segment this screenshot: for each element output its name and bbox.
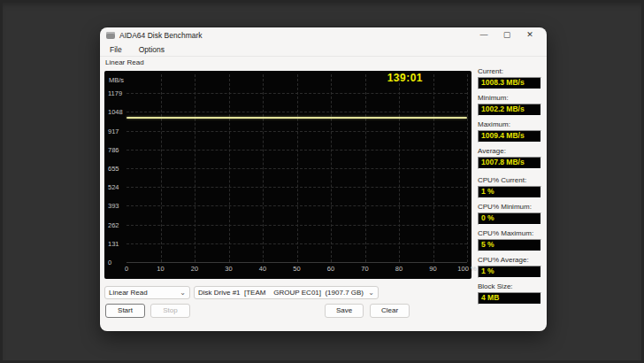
- start-button[interactable]: Start: [105, 304, 145, 318]
- stat-average: Average:1007.8 MB/s: [478, 147, 541, 169]
- y-gridline: [126, 187, 467, 188]
- x-gridline: [467, 74, 468, 262]
- stat-value: 1008.3 MB/s: [478, 77, 541, 89]
- stat-value: 1002.2 MB/s: [478, 104, 541, 116]
- stat-maximum: Maximum:1009.4 MB/s: [478, 120, 541, 143]
- minimize-icon[interactable]: —: [472, 27, 495, 42]
- x-tick-label: 100 %: [457, 265, 476, 273]
- benchmark-type-label: Linear Read: [105, 58, 144, 66]
- save-button[interactable]: Save: [325, 304, 364, 318]
- y-tick-label: 0: [108, 259, 124, 266]
- app-icon: [106, 32, 115, 39]
- x-tick-label: 40: [259, 265, 266, 273]
- stat-minimum: Minimum:1002.2 MB/s: [478, 94, 541, 116]
- benchmark-chart: MB/s 0102030405060708090100 %11791048917…: [104, 71, 472, 279]
- stat-value: 4 MB: [478, 292, 541, 305]
- y-tick-label: 786: [108, 145, 124, 153]
- stat-label: CPU% Current:: [478, 176, 541, 184]
- stat-value: 1009.4 MB/s: [478, 130, 541, 143]
- y-tick-label: 1048: [108, 108, 124, 116]
- stat-label: Average:: [478, 147, 541, 155]
- y-tick-label: 524: [108, 183, 124, 191]
- stat-value: 5 %: [478, 239, 541, 251]
- stat-label: Minimum:: [478, 94, 541, 102]
- stat-cpu-minimum: CPU% Minimum:0 %: [478, 203, 541, 225]
- y-gridline: [126, 168, 467, 169]
- stat-label: Block Size:: [478, 282, 541, 290]
- y-gridline: [126, 205, 467, 206]
- y-axis-unit-label: MB/s: [109, 76, 124, 84]
- stat-current: Current:1008.3 MB/s: [478, 67, 541, 89]
- x-tick-label: 50: [293, 265, 300, 273]
- throughput-line: [126, 117, 467, 119]
- close-icon[interactable]: ✕: [518, 27, 541, 42]
- stat-label: Current:: [478, 67, 541, 75]
- elapsed-time: 139:01: [387, 72, 423, 84]
- y-tick-label: 131: [108, 239, 124, 247]
- stat-value: 1 %: [478, 266, 541, 278]
- y-tick-label: 917: [108, 127, 124, 135]
- y-tick-label: 393: [108, 202, 124, 210]
- aida64-disk-benchmark-window: AIDA64 Disk Benchmark — ▢ ✕ File Options…: [100, 27, 547, 331]
- chevron-down-icon: ⌄: [180, 290, 186, 297]
- y-gridline: [126, 150, 467, 151]
- y-tick-label: 1179: [108, 89, 124, 97]
- stat-block-size: Block Size:4 MB: [478, 282, 541, 305]
- y-gridline: [126, 131, 467, 132]
- benchmark-type-select-value: Linear Read: [109, 289, 177, 297]
- window-title: AIDA64 Disk Benchmark: [119, 31, 203, 40]
- y-gridline: [126, 243, 467, 244]
- drive-select[interactable]: Disk Drive #1 [TEAM GROUP EC01] (1907.7 …: [194, 286, 379, 299]
- y-gridline: [126, 225, 467, 226]
- menu-options[interactable]: Options: [136, 44, 167, 55]
- maximize-icon[interactable]: ▢: [495, 27, 518, 42]
- stat-value: 0 %: [478, 212, 541, 225]
- stat-label: CPU% Maximum:: [478, 229, 541, 237]
- benchmark-type-select[interactable]: Linear Read ⌄: [104, 286, 190, 299]
- y-tick-label: 262: [108, 220, 124, 228]
- stat-value: 1007.8 MB/s: [478, 157, 541, 169]
- stat-label: CPU% Minimum:: [478, 203, 541, 211]
- stat-cpu-average: CPU% Average:1 %: [478, 256, 541, 278]
- stat-value: 1 %: [478, 186, 541, 198]
- x-tick-label: 10: [157, 265, 164, 273]
- desktop-background: AIDA64 Disk Benchmark — ▢ ✕ File Options…: [0, 0, 644, 363]
- clear-button[interactable]: Clear: [370, 304, 410, 318]
- x-tick-label: 0: [125, 265, 128, 273]
- x-tick-label: 70: [361, 265, 368, 273]
- y-gridline: [126, 112, 467, 112]
- chevron-down-icon: ⌄: [368, 290, 374, 297]
- stat-cpu-current: CPU% Current:1 %: [478, 176, 541, 198]
- stat-label: Maximum:: [478, 120, 541, 128]
- window-controls: — ▢ ✕: [472, 27, 541, 42]
- title-bar[interactable]: AIDA64 Disk Benchmark — ▢ ✕: [100, 27, 547, 42]
- x-tick-label: 20: [191, 265, 198, 273]
- x-tick-label: 30: [225, 265, 232, 273]
- stat-label: CPU% Average:: [478, 256, 541, 264]
- x-tick-label: 80: [395, 265, 402, 273]
- y-gridline: [126, 93, 467, 94]
- menu-file[interactable]: File: [107, 44, 125, 55]
- drive-select-value: Disk Drive #1 [TEAM GROUP EC01] (1907.7 …: [198, 289, 365, 297]
- stat-cpu-maximum: CPU% Maximum:5 %: [478, 229, 541, 251]
- y-tick-label: 655: [108, 165, 124, 173]
- stop-button[interactable]: Stop: [150, 304, 190, 318]
- x-tick-label: 90: [429, 265, 436, 273]
- x-tick-label: 60: [327, 265, 334, 273]
- plot-area: 0102030405060708090100 %1179104891778665…: [126, 74, 467, 263]
- menu-bar: File Options: [100, 42, 547, 57]
